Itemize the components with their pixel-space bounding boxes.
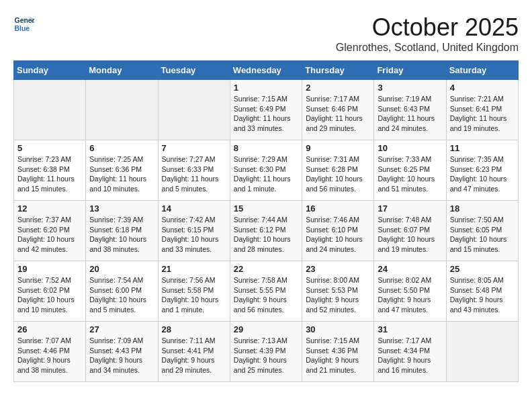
day-number: 8	[234, 143, 298, 153]
day-number: 31	[378, 324, 442, 334]
calendar-cell	[446, 322, 518, 382]
day-info: Sunrise: 7:09 AM Sunset: 4:43 PM Dayligh…	[89, 336, 154, 375]
calendar-cell: 13Sunrise: 7:39 AM Sunset: 6:18 PM Dayli…	[86, 201, 158, 261]
weekday-header: Monday	[86, 61, 158, 80]
calendar-header-row: SundayMondayTuesdayWednesdayThursdayFrid…	[14, 61, 519, 80]
day-info: Sunrise: 7:27 AM Sunset: 6:33 PM Dayligh…	[162, 154, 226, 194]
day-info: Sunrise: 7:13 AM Sunset: 4:39 PM Dayligh…	[234, 336, 298, 375]
day-info: Sunrise: 7:48 AM Sunset: 6:07 PM Dayligh…	[378, 215, 442, 255]
day-number: 9	[306, 143, 370, 153]
day-info: Sunrise: 7:25 AM Sunset: 6:36 PM Dayligh…	[89, 154, 154, 194]
day-number: 7	[162, 143, 226, 153]
logo: General Blue	[13, 13, 35, 35]
calendar-cell: 10Sunrise: 7:33 AM Sunset: 6:25 PM Dayli…	[374, 140, 446, 201]
calendar-cell: 23Sunrise: 8:00 AM Sunset: 5:53 PM Dayli…	[302, 261, 374, 322]
calendar-week-row: 12Sunrise: 7:37 AM Sunset: 6:20 PM Dayli…	[14, 201, 519, 261]
day-info: Sunrise: 7:33 AM Sunset: 6:25 PM Dayligh…	[378, 154, 442, 194]
day-number: 6	[89, 143, 154, 153]
day-info: Sunrise: 7:23 AM Sunset: 6:38 PM Dayligh…	[17, 154, 82, 194]
day-number: 19	[17, 264, 82, 274]
logo-icon: General Blue	[13, 13, 35, 35]
day-info: Sunrise: 7:54 AM Sunset: 6:00 PM Dayligh…	[89, 275, 154, 315]
day-number: 5	[17, 143, 82, 153]
day-info: Sunrise: 8:00 AM Sunset: 5:53 PM Dayligh…	[306, 275, 370, 315]
day-info: Sunrise: 8:05 AM Sunset: 5:48 PM Dayligh…	[450, 275, 515, 315]
day-number: 25	[450, 264, 515, 274]
calendar-week-row: 26Sunrise: 7:07 AM Sunset: 4:46 PM Dayli…	[14, 322, 519, 382]
day-info: Sunrise: 7:07 AM Sunset: 4:46 PM Dayligh…	[17, 336, 82, 375]
day-number: 22	[234, 264, 298, 274]
calendar-cell: 30Sunrise: 7:15 AM Sunset: 4:36 PM Dayli…	[302, 322, 374, 382]
weekday-header: Thursday	[302, 61, 374, 80]
weekday-header: Sunday	[14, 61, 86, 80]
weekday-header: Tuesday	[158, 61, 230, 80]
day-number: 14	[162, 203, 226, 214]
day-info: Sunrise: 7:19 AM Sunset: 6:43 PM Dayligh…	[378, 94, 442, 134]
weekday-header: Wednesday	[230, 61, 302, 80]
calendar-cell: 26Sunrise: 7:07 AM Sunset: 4:46 PM Dayli…	[14, 322, 86, 382]
page-header: General Blue October 2025 Glenrothes, Sc…	[13, 13, 519, 54]
day-number: 4	[450, 83, 515, 93]
day-info: Sunrise: 7:15 AM Sunset: 6:49 PM Dayligh…	[234, 94, 298, 134]
day-number: 2	[306, 83, 370, 93]
calendar-table: SundayMondayTuesdayWednesdayThursdayFrid…	[13, 60, 519, 382]
month-title: October 2025	[336, 13, 519, 42]
calendar-cell: 9Sunrise: 7:31 AM Sunset: 6:28 PM Daylig…	[302, 140, 374, 201]
calendar-cell: 12Sunrise: 7:37 AM Sunset: 6:20 PM Dayli…	[14, 201, 86, 261]
calendar-cell: 8Sunrise: 7:29 AM Sunset: 6:30 PM Daylig…	[230, 140, 302, 201]
calendar-cell: 31Sunrise: 7:17 AM Sunset: 4:34 PM Dayli…	[374, 322, 446, 382]
title-block: October 2025 Glenrothes, Scotland, Unite…	[336, 13, 519, 54]
calendar-cell	[14, 80, 86, 140]
day-info: Sunrise: 7:50 AM Sunset: 6:05 PM Dayligh…	[450, 215, 515, 255]
calendar-cell: 15Sunrise: 7:44 AM Sunset: 6:12 PM Dayli…	[230, 201, 302, 261]
calendar-cell: 22Sunrise: 7:58 AM Sunset: 5:55 PM Dayli…	[230, 261, 302, 322]
day-number: 10	[378, 143, 442, 153]
day-info: Sunrise: 7:37 AM Sunset: 6:20 PM Dayligh…	[17, 215, 82, 255]
calendar-cell: 3Sunrise: 7:19 AM Sunset: 6:43 PM Daylig…	[374, 80, 446, 140]
calendar-cell: 14Sunrise: 7:42 AM Sunset: 6:15 PM Dayli…	[158, 201, 230, 261]
calendar-cell: 18Sunrise: 7:50 AM Sunset: 6:05 PM Dayli…	[446, 201, 518, 261]
calendar-week-row: 5Sunrise: 7:23 AM Sunset: 6:38 PM Daylig…	[14, 140, 519, 201]
weekday-header: Friday	[374, 61, 446, 80]
day-number: 15	[234, 203, 298, 214]
day-info: Sunrise: 7:17 AM Sunset: 6:46 PM Dayligh…	[306, 94, 370, 134]
day-info: Sunrise: 7:17 AM Sunset: 4:34 PM Dayligh…	[378, 336, 442, 375]
day-number: 21	[162, 264, 226, 274]
day-number: 24	[378, 264, 442, 274]
calendar-cell: 16Sunrise: 7:46 AM Sunset: 6:10 PM Dayli…	[302, 201, 374, 261]
day-info: Sunrise: 7:21 AM Sunset: 6:41 PM Dayligh…	[450, 94, 515, 134]
day-info: Sunrise: 8:02 AM Sunset: 5:50 PM Dayligh…	[378, 275, 442, 315]
day-number: 18	[450, 203, 515, 214]
calendar-cell: 27Sunrise: 7:09 AM Sunset: 4:43 PM Dayli…	[86, 322, 158, 382]
day-number: 20	[89, 264, 154, 274]
calendar-cell: 21Sunrise: 7:56 AM Sunset: 5:58 PM Dayli…	[158, 261, 230, 322]
calendar-cell: 5Sunrise: 7:23 AM Sunset: 6:38 PM Daylig…	[14, 140, 86, 201]
day-number: 27	[89, 324, 154, 334]
day-number: 23	[306, 264, 370, 274]
calendar-cell	[158, 80, 230, 140]
day-number: 3	[378, 83, 442, 93]
svg-text:Blue: Blue	[15, 25, 30, 32]
day-info: Sunrise: 7:39 AM Sunset: 6:18 PM Dayligh…	[89, 215, 154, 255]
calendar-cell: 28Sunrise: 7:11 AM Sunset: 4:41 PM Dayli…	[158, 322, 230, 382]
calendar-cell: 7Sunrise: 7:27 AM Sunset: 6:33 PM Daylig…	[158, 140, 230, 201]
location-title: Glenrothes, Scotland, United Kingdom	[336, 42, 519, 54]
day-number: 26	[17, 324, 82, 334]
calendar-cell: 11Sunrise: 7:35 AM Sunset: 6:23 PM Dayli…	[446, 140, 518, 201]
calendar-cell: 2Sunrise: 7:17 AM Sunset: 6:46 PM Daylig…	[302, 80, 374, 140]
calendar-week-row: 19Sunrise: 7:52 AM Sunset: 6:02 PM Dayli…	[14, 261, 519, 322]
calendar-cell: 20Sunrise: 7:54 AM Sunset: 6:00 PM Dayli…	[86, 261, 158, 322]
day-info: Sunrise: 7:42 AM Sunset: 6:15 PM Dayligh…	[162, 215, 226, 255]
calendar-cell: 19Sunrise: 7:52 AM Sunset: 6:02 PM Dayli…	[14, 261, 86, 322]
day-number: 17	[378, 203, 442, 214]
day-number: 13	[89, 203, 154, 214]
day-info: Sunrise: 7:29 AM Sunset: 6:30 PM Dayligh…	[234, 154, 298, 194]
day-info: Sunrise: 7:58 AM Sunset: 5:55 PM Dayligh…	[234, 275, 298, 315]
calendar-cell: 17Sunrise: 7:48 AM Sunset: 6:07 PM Dayli…	[374, 201, 446, 261]
calendar-week-row: 1Sunrise: 7:15 AM Sunset: 6:49 PM Daylig…	[14, 80, 519, 140]
day-number: 12	[17, 203, 82, 214]
calendar-cell	[86, 80, 158, 140]
day-number: 29	[234, 324, 298, 334]
calendar-cell: 4Sunrise: 7:21 AM Sunset: 6:41 PM Daylig…	[446, 80, 518, 140]
day-info: Sunrise: 7:44 AM Sunset: 6:12 PM Dayligh…	[234, 215, 298, 255]
